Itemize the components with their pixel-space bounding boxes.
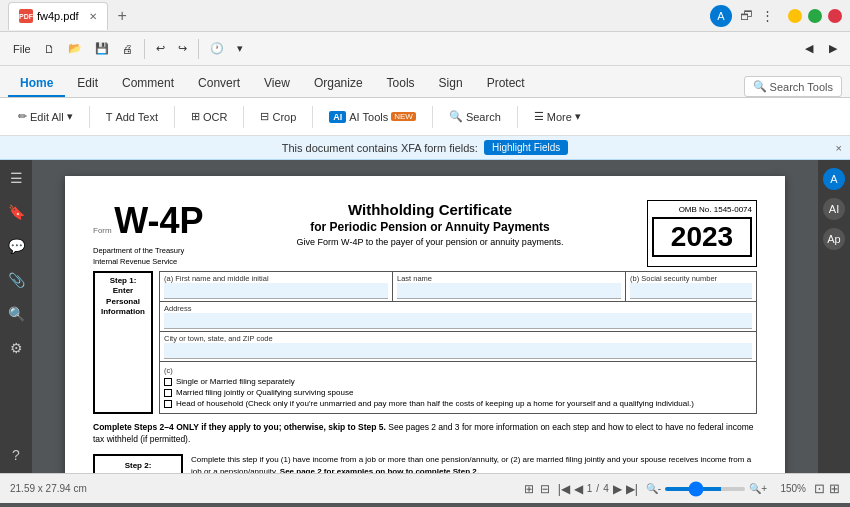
new-badge: NEW xyxy=(391,112,416,121)
new-file-btn[interactable]: 🗋 xyxy=(39,41,60,57)
total-pages: 4 xyxy=(603,483,609,494)
fit-page-icon[interactable]: ⊞ xyxy=(524,482,534,496)
tab-edit[interactable]: Edit xyxy=(65,71,110,97)
ssn-cell: (b) Social security number xyxy=(626,272,756,301)
year-display: 2023 xyxy=(652,217,752,257)
redo-btn[interactable]: ↪ xyxy=(173,40,192,57)
ai-icon[interactable]: AI xyxy=(823,198,845,220)
titlebar-icons: A 🗗 ⋮ xyxy=(710,5,774,27)
step2-box: Step 2: Income From a Job and/or Multipl… xyxy=(93,454,183,473)
zoom-slider[interactable] xyxy=(665,487,745,491)
new-tab-btn[interactable]: + xyxy=(118,7,127,25)
single-label: Single or Married filing separately xyxy=(176,377,295,386)
nav-back-btn[interactable]: ◀ xyxy=(800,40,818,57)
restore-icon[interactable]: 🗗 xyxy=(740,8,753,23)
sidebar-item-attachment[interactable]: 📎 xyxy=(6,270,26,290)
step2-instruction: Complete this step if you (1) have incom… xyxy=(191,454,757,473)
xfa-message: This document contains XFA form fields: xyxy=(282,142,478,154)
tab-sign[interactable]: Sign xyxy=(427,71,475,97)
form-title-area: Withholding Certificate for Periodic Pen… xyxy=(223,200,637,267)
file-btn[interactable]: File xyxy=(8,41,36,57)
close-btn[interactable] xyxy=(828,9,842,23)
hoh-label: Head of household (Check only if you're … xyxy=(176,399,694,408)
more-btn[interactable]: ☰ More ▾ xyxy=(526,107,589,126)
sep-3 xyxy=(243,106,244,128)
tab-close-btn[interactable]: ✕ xyxy=(89,11,97,22)
sidebar-item-search[interactable]: 🔍 xyxy=(6,304,26,324)
save-btn[interactable]: 💾 xyxy=(90,40,114,57)
fit-width-icon[interactable]: ⊟ xyxy=(540,482,550,496)
address-input[interactable] xyxy=(164,313,752,329)
tab-comment[interactable]: Comment xyxy=(110,71,186,97)
first-name-input[interactable] xyxy=(164,283,388,299)
sidebar-item-bookmark[interactable]: 🔖 xyxy=(6,202,26,222)
add-text-btn[interactable]: T Add Text xyxy=(98,108,166,126)
filing-married-joint-row: Married filing jointly or Qualifying sur… xyxy=(164,388,752,397)
single-checkbox[interactable] xyxy=(164,378,172,386)
filing-hoh-row: Head of household (Check only if you're … xyxy=(164,399,752,408)
first-page-btn[interactable]: |◀ xyxy=(558,482,570,496)
page-dimensions: 21.59 x 27.94 cm xyxy=(10,483,87,494)
minimize-btn[interactable] xyxy=(788,9,802,23)
next-page-btn[interactable]: ▶ xyxy=(613,482,622,496)
ocr-icon: ⊞ xyxy=(191,110,200,123)
maximize-btn[interactable] xyxy=(808,9,822,23)
ai-tools-btn[interactable]: AI AI Tools NEW xyxy=(321,108,424,126)
married-joint-checkbox[interactable] xyxy=(164,389,172,397)
ai-badge: AI xyxy=(329,111,346,123)
prev-page-btn[interactable]: ◀ xyxy=(574,482,583,496)
tab-view[interactable]: View xyxy=(252,71,302,97)
hoh-checkbox[interactable] xyxy=(164,400,172,408)
filing-single-row: Single or Married filing separately xyxy=(164,377,752,386)
sidebar-item-settings[interactable]: ⚙ xyxy=(6,338,26,358)
zoom-out-icon[interactable]: 🔍- xyxy=(646,483,661,494)
sidebar-item-menu[interactable]: ☰ xyxy=(6,168,26,188)
form-name-label: Form W-4P xyxy=(93,200,213,242)
user-icon[interactable]: A xyxy=(823,168,845,190)
tab-home[interactable]: Home xyxy=(8,71,65,97)
form-header: Form W-4P Department of the Treasury Int… xyxy=(93,200,757,267)
titlebar-left: PDF fw4p.pdf ✕ + xyxy=(8,2,127,30)
tab-organize[interactable]: Organize xyxy=(302,71,375,97)
ocr-btn[interactable]: ⊞ OCR xyxy=(183,107,235,126)
sidebar-item-help[interactable]: ? xyxy=(6,445,26,465)
edit-all-btn[interactable]: ✏ Edit All ▾ xyxy=(10,107,81,126)
single-page-icon[interactable]: ⊡ xyxy=(814,481,825,496)
fit-icons: ⊞ ⊟ xyxy=(524,482,550,496)
user-profile-icon[interactable]: A xyxy=(710,5,732,27)
current-page: 1 xyxy=(587,483,593,494)
form-left-header: Form W-4P Department of the Treasury Int… xyxy=(93,200,213,267)
zoom-in-icon[interactable]: 🔍+ xyxy=(749,483,767,494)
last-page-btn[interactable]: ▶| xyxy=(626,482,638,496)
tab-protect[interactable]: Protect xyxy=(475,71,537,97)
pdf-viewer[interactable]: Form W-4P Department of the Treasury Int… xyxy=(32,160,818,473)
crop-btn[interactable]: ⊟ Crop xyxy=(252,107,304,126)
city-input[interactable] xyxy=(164,343,752,359)
search-icon-action: 🔍 xyxy=(449,110,463,123)
filing-status-row: (c) Single or Married filing separately … xyxy=(159,361,757,414)
menu-icon[interactable]: ⋮ xyxy=(761,8,774,23)
sidebar-item-comment[interactable]: 💬 xyxy=(6,236,26,256)
ap-icon[interactable]: Ap xyxy=(823,228,845,250)
nav-forward-btn[interactable]: ▶ xyxy=(824,40,842,57)
titlebar-right: A 🗗 ⋮ xyxy=(710,5,842,27)
history-btn[interactable]: 🕐 xyxy=(205,40,229,57)
continuous-icon[interactable]: ⊞ xyxy=(829,481,840,496)
tab-tools[interactable]: Tools xyxy=(375,71,427,97)
pdf-tab[interactable]: PDF fw4p.pdf ✕ xyxy=(8,2,108,30)
tab-convert[interactable]: Convert xyxy=(186,71,252,97)
search-tools-btn[interactable]: 🔍 Search Tools xyxy=(744,76,842,97)
undo-btn[interactable]: ↩ xyxy=(151,40,170,57)
search-btn[interactable]: 🔍 Search xyxy=(441,107,509,126)
step2-content: Complete this step if you (1) have incom… xyxy=(191,454,757,473)
xfa-close-btn[interactable]: × xyxy=(836,142,842,154)
last-name-input[interactable] xyxy=(397,283,621,299)
print-btn[interactable]: 🖨 xyxy=(117,41,138,57)
dropdown-btn[interactable]: ▾ xyxy=(232,40,248,57)
ssn-input[interactable] xyxy=(630,283,752,299)
sep2 xyxy=(198,39,199,59)
highlight-fields-btn[interactable]: Highlight Fields xyxy=(484,140,568,155)
left-sidebar: ☰ 🔖 💬 📎 🔍 ⚙ ? xyxy=(0,160,32,473)
sep-5 xyxy=(432,106,433,128)
open-btn[interactable]: 📂 xyxy=(63,40,87,57)
